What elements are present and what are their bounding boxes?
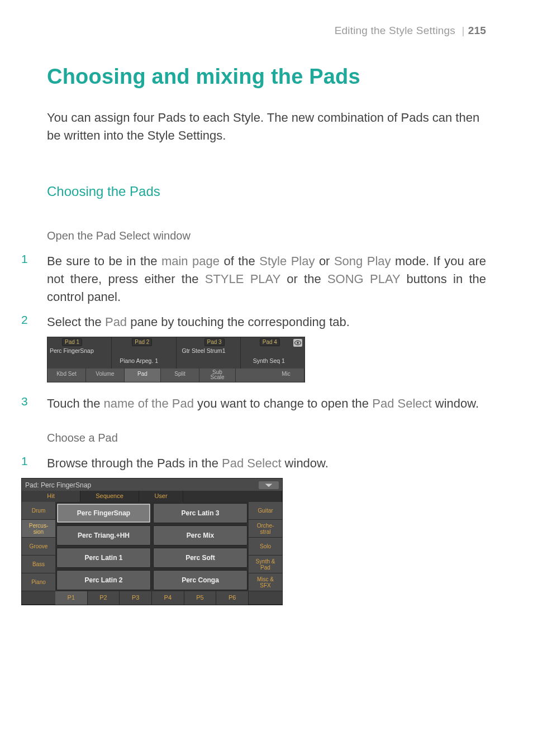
tab-empty [183, 491, 282, 502]
category-left-column: Drum Percus-sion Groove Bass Piano [22, 502, 55, 605]
tab-pad-active[interactable]: Pad [125, 369, 161, 382]
cat-drum[interactable]: Drum [22, 502, 55, 520]
step-text: Touch the name of the Pad you want to ch… [47, 395, 486, 413]
category-right-column: Guitar Orche-stral Solo Synth &Pad Misc … [249, 502, 282, 605]
cat-percussion-selected[interactable]: Percus-sion [22, 520, 55, 538]
pad-cell[interactable]: Perc Latin 2 [56, 570, 151, 590]
pad-label: Pad 3 [204, 338, 225, 346]
tab-hit[interactable]: Hit [22, 491, 80, 502]
step-text: Browse through the Pads in the Pad Selec… [47, 454, 486, 472]
step-number: 2 [21, 313, 44, 327]
pad-cell[interactable]: Perc Latin 1 [56, 548, 151, 568]
tab-sub-scale[interactable]: SubScale [199, 369, 236, 382]
pad-value: Piano Arpeg. 1 [120, 357, 158, 364]
page-p1[interactable]: P1 [55, 591, 88, 605]
pad-label: Pad 4 [260, 338, 280, 346]
cat-synth-pad[interactable]: Synth &Pad [249, 556, 282, 573]
pad-grid: Perc FingerSnap Perc Latin 3 Perc Triang… [55, 502, 249, 605]
page-title: Choosing and mixing the Pads [47, 65, 486, 89]
pad-value: Synth Seq 1 [253, 357, 285, 364]
pad-pane-screenshot: Pad 1 Perc FingerSnap Pad 2 Piano Arpeg.… [47, 337, 486, 382]
page-p5[interactable]: P5 [184, 591, 217, 605]
section-heading: Choosing the Pads [47, 184, 486, 199]
running-header: Editing the Style Settings |215 [47, 25, 486, 37]
cat-blank [249, 591, 282, 605]
cat-bass[interactable]: Bass [22, 556, 55, 573]
step-text: Be sure to be in the main page of the St… [47, 252, 486, 306]
cat-orchestral[interactable]: Orche-stral [249, 520, 282, 538]
pad-cell-selected[interactable]: Perc FingerSnap [56, 503, 151, 523]
subhead-choose-pad: Choose a Pad [47, 432, 486, 444]
pad-select-top-tabs: Hit Sequence User [22, 491, 282, 502]
svg-marker-2 [265, 484, 273, 487]
tab-user[interactable]: User [139, 491, 183, 502]
pad-label: Pad 2 [132, 338, 152, 346]
page-number: 215 [468, 25, 486, 36]
cat-piano[interactable]: Piano [22, 573, 55, 591]
page-row: P1 P2 P3 P4 P5 P6 [55, 591, 249, 605]
running-section: Editing the Style Settings [335, 25, 455, 36]
pad-cell[interactable]: Perc Mix [153, 525, 248, 546]
menu-dropdown-icon[interactable] [259, 481, 279, 489]
tab-sequence[interactable]: Sequence [80, 491, 139, 502]
cat-misc-sfx[interactable]: Misc &SFX [249, 573, 282, 591]
pad-cell[interactable]: Perc Triang.+HH [56, 525, 151, 546]
cat-groove[interactable]: Groove [22, 538, 55, 556]
tab-mic[interactable]: Mic [268, 369, 304, 382]
intro-paragraph: You can assign four Pads to each Style. … [47, 109, 486, 145]
pad-slot-3[interactable]: Pad 3 Gtr Steel Strum1 [176, 337, 240, 369]
pad-label: Pad 1 [62, 338, 82, 346]
page-p2[interactable]: P2 [88, 591, 120, 605]
subhead-open-window: Open the Pad Select window [47, 229, 486, 242]
svg-point-1 [297, 342, 299, 344]
cat-guitar[interactable]: Guitar [249, 502, 282, 520]
step-number: 1 [21, 454, 44, 468]
pad-pane-tabs: Kbd Set Volume Pad Split SubScale Mic [47, 369, 304, 382]
page-p3[interactable]: P3 [120, 591, 152, 605]
tab-spacer [236, 369, 268, 382]
eye-icon[interactable] [293, 339, 302, 347]
tab-volume[interactable]: Volume [86, 369, 125, 382]
page-p4[interactable]: P4 [152, 591, 184, 605]
step-text: Select the Pad pane by touching the corr… [47, 313, 486, 331]
pad-select-title: Pad: Perc FingerSnap [25, 481, 259, 489]
pad-cell[interactable]: Perc Conga [153, 570, 248, 590]
pad-value: Gtr Steel Strum1 [182, 347, 226, 354]
pad-cell[interactable]: Perc Latin 3 [153, 503, 248, 523]
tab-kbd-set[interactable]: Kbd Set [47, 369, 86, 382]
pad-value: Perc FingerSnap [50, 347, 94, 354]
page-p6[interactable]: P6 [216, 591, 249, 605]
tab-split[interactable]: Split [161, 369, 199, 382]
step-number: 3 [21, 395, 44, 408]
pad-select-titlebar: Pad: Perc FingerSnap [22, 479, 282, 491]
pad-slot-4[interactable]: Pad 4 Synth Seq 1 [240, 337, 304, 369]
cat-blank [22, 591, 55, 605]
pad-slot-2[interactable]: Pad 2 Piano Arpeg. 1 [111, 337, 175, 369]
runner-separator: | [462, 25, 465, 36]
pad-slot-1[interactable]: Pad 1 Perc FingerSnap [47, 337, 111, 369]
step-number: 1 [21, 252, 44, 266]
pad-cell[interactable]: Perc Soft [153, 548, 248, 568]
cat-solo[interactable]: Solo [249, 538, 282, 556]
pad-select-screenshot: Pad: Perc FingerSnap Hit Sequence User D… [21, 478, 486, 605]
